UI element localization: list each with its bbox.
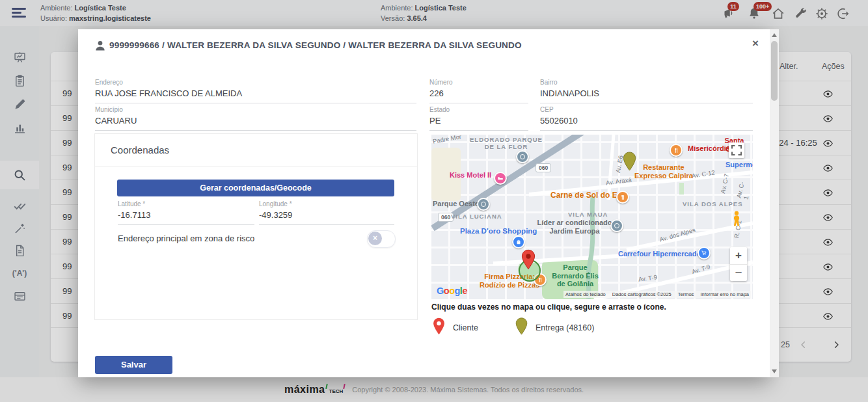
endereco-value[interactable]: RUA JOSE FRANCISCO DE ALMEIDA [95,88,416,103]
municipio-field[interactable]: Município CARUARU [95,106,416,131]
toggle-knob-off: × [368,232,382,245]
legend-client-label: Cliente [453,323,478,332]
endereco-field[interactable]: Endereço RUA JOSE FRANCISCO DE ALMEIDA [95,79,416,103]
google-logo: Google [437,286,467,296]
map-area-vila-luciana: VILA LUCIANA [451,213,502,221]
scrollbar-down-arrow[interactable] [772,369,777,373]
estado-field[interactable]: Estado PE [429,106,528,131]
cep-label: CEP [540,106,753,113]
coordinates-title: Coordenadas [111,144,169,155]
map-poi-misericordia[interactable]: Misericórdia [688,144,730,153]
map-poi-circle-restaurant[interactable] [616,191,629,204]
municipio-value[interactable]: CARUARU [95,116,416,131]
map-poi-circle-motel[interactable] [494,172,507,185]
google-map[interactable]: 060 060 ELDORADO PARQUE DE LA FLOR VILA … [431,135,753,299]
pegman-icon[interactable] [730,210,743,227]
longitude-field[interactable]: Longitude * -49.3259 [259,200,394,225]
endereco-label: Endereço [95,79,416,86]
latitude-value[interactable]: -16.7113 [118,210,254,225]
close-icon[interactable]: × [748,36,763,51]
bairro-label: Bairro [540,79,753,86]
map-poi-circle-gray[interactable] [477,198,490,211]
zoom-control: + − [730,247,747,281]
map-area-vila-maua: VILA MAUA [568,211,608,219]
risk-zone-toggle[interactable]: × [367,230,396,248]
longitude-value[interactable]: -49.3259 [259,210,394,225]
map-attribution: Atalhos do teclado Dados cartográficos ©… [563,291,751,298]
app-screen: Ambiente: Logística Teste Usuário: maxst… [0,0,868,402]
legend-delivery-label: Entrega (48160) [536,323,594,332]
municipio-label: Município [95,106,416,113]
map-poi-circle-cart[interactable] [698,247,711,260]
client-address-modal: 9999999666 / WALTER BEZERRA DA SILVA SEG… [78,29,770,377]
legend-client-pin [433,317,445,335]
map-poi-parque-oeste[interactable]: Parque Oeste [433,200,479,208]
map-poi-carrefour[interactable]: Carrefour Hipermercado [618,250,701,258]
cep-value[interactable]: 55026010 [540,116,753,131]
scrollbar-thumb[interactable] [771,41,778,101]
delivery-marker-pin[interactable] [623,152,636,171]
estado-label: Estado [429,106,528,113]
coordinates-card: Coordenadas Gerar coordenadas/Geocode La… [94,133,418,320]
estado-value[interactable]: PE [429,116,528,131]
geocode-button[interactable]: Gerar coordenadas/Geocode [117,180,394,196]
scrollbar-up-arrow[interactable] [772,33,777,37]
map-poi-carne-de-sol[interactable]: Carne de Sol do Edu [550,191,627,200]
bairro-value[interactable]: INDIANAPOLIS [540,88,753,103]
zoom-out-button[interactable]: − [730,265,747,281]
legend-delivery-pin [515,317,528,335]
save-button[interactable]: Salvar [95,356,172,374]
map-poi-plaza-doro[interactable]: Plaza D'oro Shopping [460,227,537,235]
latitude-label: Latitude * [118,200,254,208]
divider [95,167,417,167]
map-poi-supermercado[interactable]: Supermer [726,161,753,169]
client-marker-pin[interactable] [521,249,536,270]
map-poi-lider[interactable]: Líder ar condicionado Jardim Europa [536,219,614,235]
map-instruction: Clique duas vezes no mapa ou clique, seg… [431,302,666,312]
numero-label: Número [429,79,528,86]
map-poi-parque-bernardo[interactable]: Parque Bernardo Élis de Goiânia [547,263,603,288]
attr-keyboard-shortcuts[interactable]: Atalhos do teclado [565,291,606,297]
map-poi-circle-gray[interactable] [516,150,529,163]
cep-field[interactable]: CEP 55026010 [540,106,753,131]
map-area-eldorado: ELDORADO PARQUE DE LA FLOR [467,137,545,151]
map-poi-circle-gray[interactable] [610,219,623,232]
latitude-field[interactable]: Latitude * -16.7113 [118,200,254,225]
person-icon [94,39,107,52]
attr-map-data: Dados cartográficos ©2025 [612,291,671,297]
attr-report-error[interactable]: Informar erro no mapa [700,291,749,297]
bairro-field[interactable]: Bairro INDIANAPOLIS [540,79,753,103]
zoom-in-button[interactable]: + [730,247,747,265]
fullscreen-button[interactable] [729,142,744,158]
longitude-label: Longitude * [259,200,394,208]
map-poi-circle-restaurant[interactable] [670,144,683,157]
map-poi-restaurante-caipira[interactable]: Restaurante Expresso Caipira [634,163,693,180]
modal-title: 9999999666 / WALTER BEZERRA DA SILVA SEG… [109,40,522,50]
numero-value[interactable]: 226 [429,88,528,103]
route-060-badge: 060 [536,163,551,172]
map-poi-kiss-motel[interactable]: Kiss Motel II [450,171,491,180]
modal-scrollbar[interactable] [770,29,779,377]
map-area-vila-dos-alpes: VILA DOS ALPES [683,201,742,208]
attr-terms[interactable]: Termos [678,291,694,297]
map-poi-circle-shopping[interactable] [512,235,525,248]
risk-zone-label: Endereço principal em zona de risco [118,234,254,243]
numero-field[interactable]: Número 226 [429,79,528,103]
fullscreen-icon [729,142,744,158]
